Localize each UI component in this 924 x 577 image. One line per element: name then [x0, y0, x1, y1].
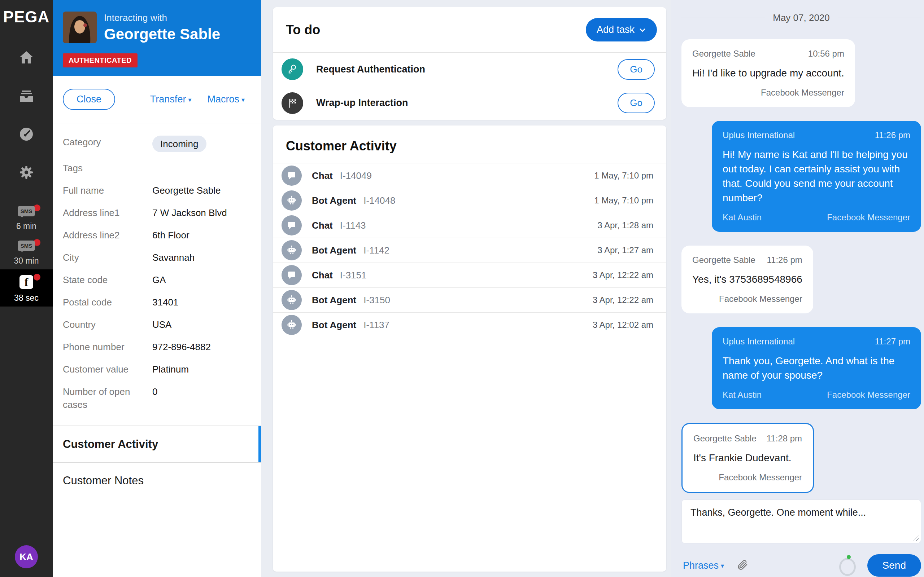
go-button[interactable]: Go — [617, 59, 655, 80]
timer-dot — [847, 555, 851, 559]
detail-row: Address line26th Floor — [63, 229, 251, 242]
caret-down-icon: ▾ — [721, 562, 724, 569]
message-time: 11:28 pm — [767, 434, 802, 443]
chat-messages: Georgette Sable10:56 pm Hi! I'd like to … — [682, 26, 921, 493]
task-row: Request Authentication Go — [273, 53, 666, 86]
send-button[interactable]: Send — [867, 554, 921, 577]
pega-logo: PEGA — [3, 8, 50, 26]
message-sender: Uplus International — [723, 337, 795, 347]
authenticated-badge: AUTHENTICATED — [63, 53, 137, 68]
main-content: To do Add task Request Authentication Go — [261, 0, 671, 577]
message-sender: Georgette Sable — [693, 434, 756, 443]
message-text: Hi! My name is Kat and I'll be helping y… — [723, 148, 910, 205]
tab-customer-activity[interactable]: Customer Activity — [53, 425, 261, 462]
message-time: 10:56 pm — [808, 49, 844, 59]
bot-icon — [281, 290, 302, 310]
transfer-menu[interactable]: Transfer▾ — [150, 94, 192, 105]
chat-message-incoming: Georgette Sable10:56 pm Hi! I'd like to … — [682, 39, 855, 107]
detail-row: Phone number972-896-4882 — [63, 340, 251, 353]
message-sender: Georgette Sable — [692, 49, 756, 59]
message-sender: Georgette Sable — [692, 255, 756, 265]
chevron-down-icon — [639, 26, 646, 34]
bot-icon — [281, 190, 302, 211]
task-row: Wrap-up Interaction Go — [273, 86, 666, 120]
activity-row[interactable]: Chat I-3151 3 Apr, 12:22 am — [273, 263, 666, 287]
message-time: 11:26 pm — [767, 255, 802, 265]
customer-photo — [63, 11, 97, 43]
message-text: Hi! I'd like to upgrade my account. — [692, 66, 844, 81]
activity-row[interactable]: Bot Agent I-14048 1 May, 7:10 pm — [273, 188, 666, 213]
chat-message-outgoing: Uplus International11:27 pm Thank you, G… — [712, 327, 921, 409]
todo-card: To do Add task Request Authentication Go — [273, 7, 666, 120]
activity-row[interactable]: Bot Agent I-1137 3 Apr, 12:02 am — [273, 312, 666, 337]
notification-dot — [34, 274, 40, 280]
activity-row[interactable]: Bot Agent I-1142 3 Apr, 1:27 am — [273, 238, 666, 263]
chat-bubble-icon — [281, 166, 302, 186]
detail-row: Address line17 W Jackson Blvd — [63, 206, 251, 219]
close-button[interactable]: Close — [63, 89, 115, 110]
message-channel: Facebook Messenger — [761, 88, 844, 98]
attachment-icon[interactable] — [736, 559, 749, 572]
detail-row: Full nameGeorgette Sable — [63, 184, 251, 197]
customer-panel: Interacting with Georgette Sable AUTHENT… — [53, 0, 261, 577]
home-icon[interactable] — [18, 49, 35, 66]
sms-icon: SMS — [18, 240, 36, 251]
message-channel: Facebook Messenger — [719, 472, 802, 482]
customer-activity-card: Customer Activity Chat I-14049 1 May, 7:… — [273, 126, 666, 572]
go-button[interactable]: Go — [617, 93, 655, 113]
detail-row: Postal code31401 — [63, 296, 251, 309]
activity-row[interactable]: Chat I-1143 3 Apr, 1:28 am — [273, 213, 666, 238]
session-timer: 38 sec — [14, 293, 39, 303]
message-channel: Facebook Messenger — [719, 294, 802, 304]
activity-row[interactable]: Chat I-14049 1 May, 7:10 pm — [273, 163, 666, 188]
session-timer: 30 min — [14, 256, 39, 266]
left-tabs: Customer Activity Customer Notes — [53, 425, 261, 499]
activity-title: Customer Activity — [273, 126, 666, 163]
session-facebook[interactable]: f 38 sec — [0, 269, 53, 306]
phrases-menu[interactable]: Phrases▾ — [683, 560, 724, 571]
message-agent: Kat Austin — [723, 213, 762, 222]
session-sms-2[interactable]: SMS 30 min — [0, 235, 53, 269]
caret-down-icon: ▾ — [241, 96, 245, 103]
message-channel: Facebook Messenger — [827, 390, 910, 400]
user-avatar[interactable]: KA — [15, 545, 38, 568]
chat-date-divider: May 07, 2020 — [682, 12, 921, 23]
message-time: 11:27 pm — [875, 337, 910, 347]
todo-title: To do — [286, 23, 320, 37]
message-channel: Facebook Messenger — [827, 213, 910, 222]
message-time: 11:26 pm — [875, 130, 910, 140]
sms-icon: SMS — [18, 206, 36, 216]
chat-message-incoming-latest: Georgette Sable11:28 pm It's Frankie Dud… — [682, 423, 814, 493]
session-sms-1[interactable]: SMS 6 min — [0, 200, 53, 235]
chat-composer: Thanks, Georgette. One moment while... P… — [682, 500, 921, 577]
session-timer: 6 min — [16, 221, 36, 231]
pega-interaction-workspace: PEGA SMS — [0, 0, 924, 577]
message-sender: Uplus International — [723, 130, 795, 140]
caret-down-icon: ▾ — [188, 96, 191, 103]
detail-row: CountryUSA — [63, 318, 251, 331]
bot-icon — [281, 315, 302, 335]
dashboard-gauge-icon[interactable] — [18, 126, 35, 143]
activity-row[interactable]: Bot Agent I-3150 3 Apr, 12:22 am — [273, 287, 666, 312]
chat-panel: May 07, 2020 Georgette Sable10:56 pm Hi!… — [671, 0, 924, 577]
reply-input[interactable]: Thanks, Georgette. One moment while... — [682, 500, 921, 543]
detail-row: Tags — [63, 161, 251, 174]
chat-bubble-icon — [281, 215, 302, 235]
sidebar: PEGA SMS — [0, 0, 53, 577]
key-icon — [281, 58, 303, 80]
interaction-actions: Close Transfer▾ Macros▾ — [53, 76, 261, 123]
bot-icon — [281, 240, 302, 260]
tab-customer-notes[interactable]: Customer Notes — [53, 462, 261, 499]
chat-bubble-icon — [281, 265, 302, 285]
interaction-header: Interacting with Georgette Sable AUTHENT… — [53, 0, 261, 76]
macros-menu[interactable]: Macros▾ — [207, 94, 245, 105]
checkered-flag-icon — [281, 92, 303, 114]
message-agent: Kat Austin — [723, 390, 762, 400]
detail-row: CategoryIncoming — [63, 135, 251, 152]
settings-gear-icon[interactable] — [18, 164, 35, 181]
interactions-tray-icon[interactable] — [18, 87, 35, 105]
detail-row: Number of open cases0 — [63, 385, 251, 411]
detail-row: Customer valuePlatinum — [63, 363, 251, 376]
message-text: It's Frankie Dudevant. — [693, 451, 802, 465]
add-task-button[interactable]: Add task — [586, 18, 657, 42]
